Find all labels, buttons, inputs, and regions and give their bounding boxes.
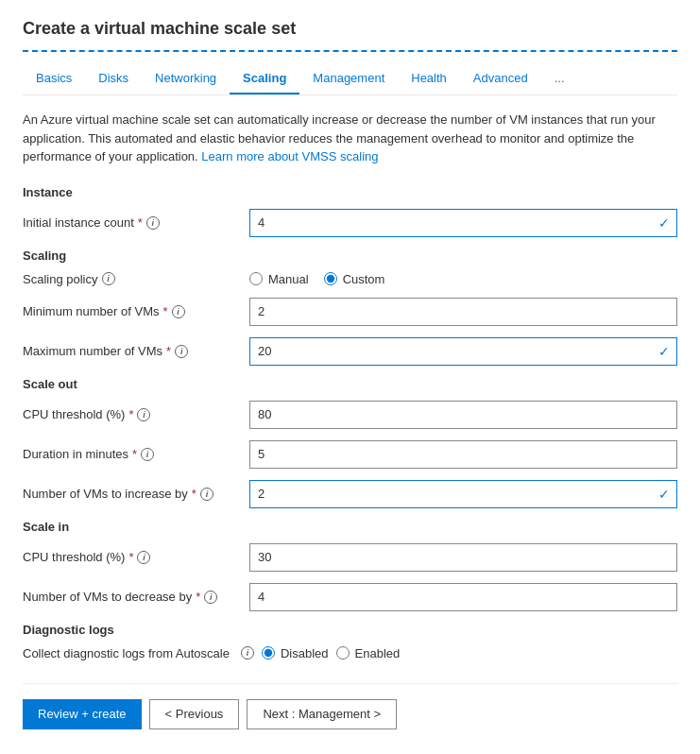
increase-vms-info-icon[interactable]: i [200,488,213,501]
decrease-vms-label: Number of VMs to decrease by * i [23,590,249,604]
increase-vms-check-icon: ✓ [658,487,670,502]
required-star-min: * [162,304,167,318]
radio-manual-label: Manual [268,272,309,286]
instance-section-title: Instance [23,185,677,199]
radio-enabled[interactable]: Enabled [336,646,401,660]
diagnostic-logs-info-icon[interactable]: i [241,646,254,660]
tab-scaling[interactable]: Scaling [230,63,299,94]
scaling-policy-label: Scaling policy i [23,272,249,286]
tab-bar: Basics Disks Networking Scaling Manageme… [23,63,677,95]
tab-more[interactable]: ... [541,63,578,94]
diagnostic-logs-label: Collect diagnostic logs from Autoscale [23,646,230,660]
radio-disabled-input[interactable] [262,646,275,660]
page-title: Create a virtual machine scale set [23,19,677,52]
max-vms-label: Maximum number of VMs * i [23,344,249,358]
initial-instance-info-icon[interactable]: i [146,216,160,230]
max-vms-check-icon: ✓ [658,344,670,359]
required-star-cpu-out: * [128,407,133,421]
required-star-duration: * [132,447,137,461]
footer: Review + create < Previous Next : Manage… [23,683,677,729]
initial-instance-count-label: Initial instance count * i [23,215,249,230]
radio-manual-input[interactable] [249,272,263,285]
initial-instance-count-input-wrapper: 4 ✓ [249,209,677,237]
required-star-increase: * [192,487,196,501]
scale-in-section-title: Scale in [23,520,677,534]
required-star-decrease: * [196,590,200,604]
scale-out-cpu-info-icon[interactable]: i [137,408,150,421]
max-vms-input[interactable]: 20 [249,337,677,366]
radio-disabled[interactable]: Disabled [262,646,329,660]
max-vms-info-icon[interactable]: i [175,345,188,358]
radio-custom[interactable]: Custom [324,272,385,286]
review-create-button[interactable]: Review + create [23,699,142,729]
tab-basics[interactable]: Basics [23,63,85,94]
radio-custom-input[interactable] [324,272,337,285]
decrease-vms-info-icon[interactable]: i [204,591,217,604]
scale-out-section-title: Scale out [23,377,677,391]
previous-button[interactable]: < Previous [149,699,240,729]
min-vms-input[interactable]: 2 [249,298,677,326]
vmss-scaling-link[interactable]: Learn more about VMSS scaling [201,149,378,163]
scale-in-cpu-label: CPU threshold (%) * i [23,550,249,564]
initial-instance-count-input[interactable]: 4 [249,209,677,237]
scale-out-duration-input[interactable]: 5 [249,440,677,469]
next-button[interactable]: Next : Management > [247,699,397,729]
increase-vms-input[interactable]: 2 [249,480,677,508]
scale-in-cpu-info-icon[interactable]: i [137,551,150,564]
scaling-policy-info-icon[interactable]: i [102,272,115,285]
tab-advanced[interactable]: Advanced [460,63,541,94]
tab-health[interactable]: Health [398,63,460,94]
tab-management[interactable]: Management [299,63,398,94]
tab-networking[interactable]: Networking [142,63,230,94]
diagnostic-logs-row: Collect diagnostic logs from Autoscale i… [23,646,677,660]
radio-enabled-input[interactable] [336,646,350,660]
scaling-section-title: Scaling [23,248,677,263]
scale-out-cpu-label: CPU threshold (%) * i [23,407,249,421]
required-star-cpu-in: * [128,550,133,564]
diagnostic-logs-section-title: Diagnostic logs [23,623,677,637]
scale-out-duration-info-icon[interactable]: i [141,448,154,461]
scaling-policy-radio-group: Manual Custom [249,272,677,286]
radio-disabled-label: Disabled [281,646,329,660]
initial-instance-check-icon: ✓ [658,215,670,231]
radio-manual[interactable]: Manual [249,272,309,286]
scale-in-cpu-input[interactable]: 30 [249,543,677,572]
max-vms-input-wrapper: 20 ✓ [249,337,677,366]
tab-disks[interactable]: Disks [85,63,142,94]
min-vms-info-icon[interactable]: i [172,305,185,318]
decrease-vms-input[interactable]: 4 [249,583,677,611]
required-star-max: * [166,344,171,358]
description-text: An Azure virtual machine scale set can a… [23,111,677,166]
increase-vms-label: Number of VMs to increase by * i [23,487,249,501]
radio-custom-label: Custom [343,272,385,286]
scale-out-cpu-input[interactable]: 80 [249,401,677,429]
increase-vms-input-wrapper: 2 ✓ [249,480,677,508]
scale-out-duration-label: Duration in minutes * i [23,447,249,461]
radio-enabled-label: Enabled [355,646,401,660]
required-star: * [138,215,143,230]
min-vms-label: Minimum number of VMs * i [23,304,249,318]
